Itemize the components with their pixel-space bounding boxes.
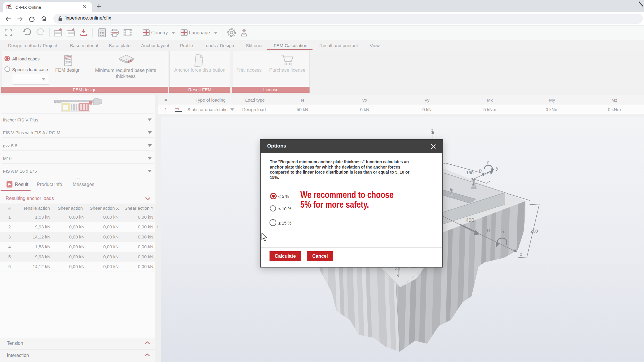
svg-text:200: 200 xyxy=(530,228,538,233)
svg-text:150: 150 xyxy=(466,170,474,175)
svg-text:x: x xyxy=(520,252,522,257)
svg-text:0: 0 xyxy=(479,168,482,173)
svg-text:0: 0 xyxy=(487,160,489,165)
svg-text:5: 5 xyxy=(450,187,452,192)
svg-text:z: z xyxy=(431,127,433,132)
svg-text:6: 6 xyxy=(473,178,475,182)
svg-text:y: y xyxy=(496,166,498,171)
svg-text:5: 5 xyxy=(501,229,504,234)
svg-text:0: 0 xyxy=(487,228,490,233)
svg-text:400: 400 xyxy=(466,217,474,223)
